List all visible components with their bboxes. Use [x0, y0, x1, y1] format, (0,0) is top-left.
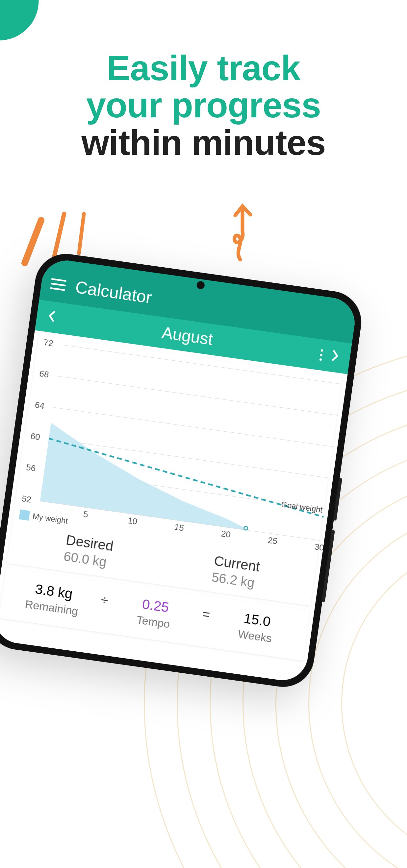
remaining-col: 3.8 kg Remaining: [7, 578, 99, 620]
x-tick: 30: [314, 541, 325, 553]
headline-line3: within minutes: [0, 124, 407, 161]
y-tick: 56: [25, 462, 36, 473]
weeks-col: 15.0 Weeks: [210, 606, 302, 649]
prev-month-button[interactable]: [44, 308, 59, 326]
y-tick: 60: [30, 431, 41, 442]
next-month-button[interactable]: [328, 348, 343, 366]
x-tick: 25: [267, 535, 278, 547]
headline-line2: your progress: [0, 87, 407, 124]
more-menu-icon[interactable]: [319, 349, 323, 361]
sketch-arrow-icon: [215, 202, 265, 261]
x-tick: 15: [174, 522, 184, 533]
decorative-corner: [0, 0, 42, 42]
chevron-right-icon: [331, 349, 340, 362]
promo-headline: Easily track your progress within minute…: [0, 49, 407, 161]
y-tick: 68: [39, 368, 50, 380]
month-label: August: [161, 323, 214, 349]
current-stat: Current 56.2 kg: [211, 553, 261, 591]
x-tick: 10: [127, 515, 138, 527]
x-tick: 5: [83, 509, 89, 520]
app-title: Calculator: [74, 277, 153, 307]
chart-card: 525660646872Goal weight 51015202530 My w…: [7, 335, 342, 606]
hamburger-menu-icon[interactable]: [50, 278, 66, 291]
y-tick: 64: [34, 400, 45, 411]
tempo-col[interactable]: 0.25 Tempo: [108, 592, 201, 634]
chevron-left-icon: [47, 310, 56, 322]
y-tick: 52: [21, 494, 32, 505]
x-tick: 20: [221, 528, 231, 540]
y-tick: 72: [43, 337, 54, 348]
desired-stat: Desired 60.0 kg: [63, 532, 115, 570]
headline-line1: Easily track: [0, 49, 407, 87]
legend-swatch: [19, 509, 30, 521]
